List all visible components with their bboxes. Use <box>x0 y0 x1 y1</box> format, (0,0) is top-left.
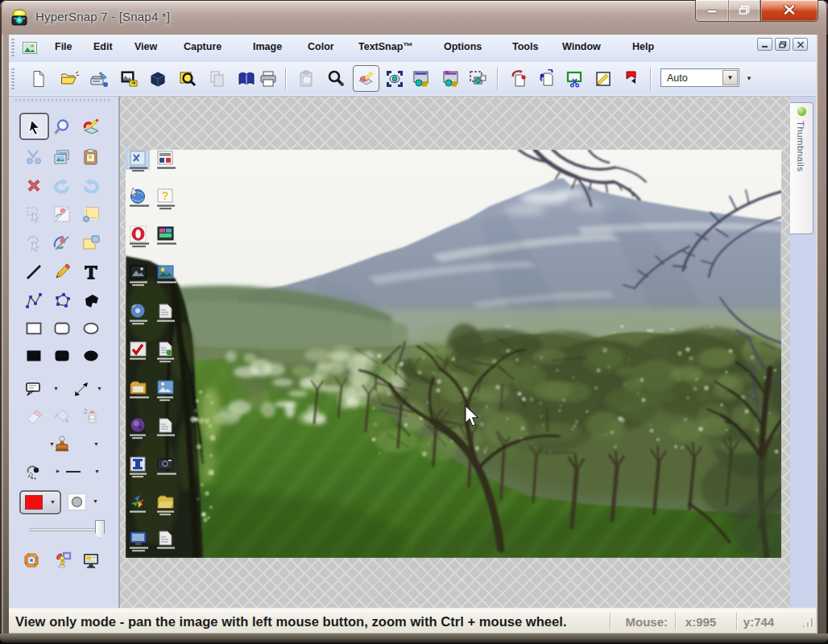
svg-text:?: ? <box>162 189 169 202</box>
